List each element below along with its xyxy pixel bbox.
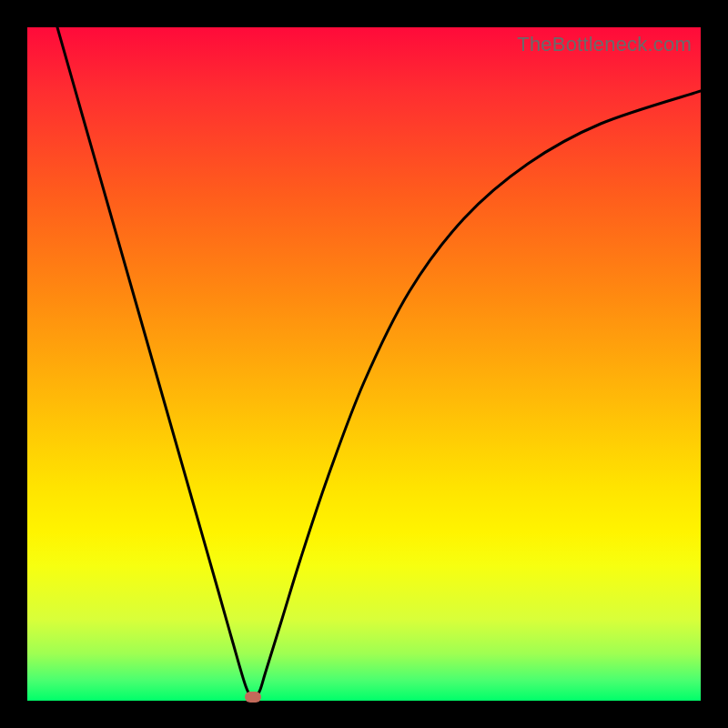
curve-svg [27, 27, 701, 701]
bottleneck-curve [57, 27, 701, 697]
minimum-point-marker [245, 692, 261, 703]
chart-container: TheBottleneck.com [0, 0, 728, 728]
plot-area: TheBottleneck.com [27, 27, 701, 701]
